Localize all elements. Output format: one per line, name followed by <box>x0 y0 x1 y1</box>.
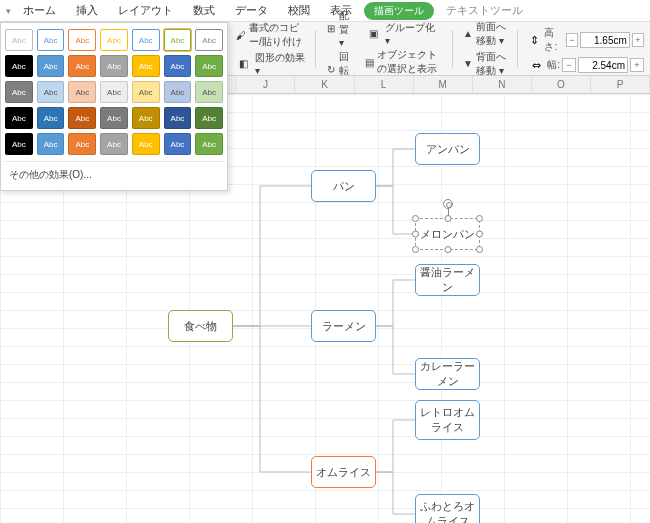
align-button[interactable]: ⊞ 配置 ▾ <box>325 9 356 48</box>
send-back-button[interactable]: ▼ 背面へ移動 ▾ <box>463 50 507 78</box>
style-swatch[interactable]: Abc <box>68 81 96 103</box>
style-swatch[interactable]: Abc <box>100 55 128 77</box>
menu-review[interactable]: 校閲 <box>280 1 318 20</box>
group-button[interactable]: ▣ グループ化 ▾ <box>364 21 442 46</box>
resize-handle-ne[interactable] <box>476 215 483 222</box>
menu-drawing-tools[interactable]: 描画ツール <box>364 2 434 20</box>
menu-insert[interactable]: 挿入 <box>68 1 106 20</box>
shape-label: レトロオムライス <box>418 405 477 435</box>
menu-formula[interactable]: 数式 <box>185 1 223 20</box>
col-header[interactable]: O <box>532 76 591 93</box>
shape-fuwatoro-omurice[interactable]: ふわとろオムライス <box>415 494 480 523</box>
resize-handle-se[interactable] <box>476 246 483 253</box>
width-plus-button[interactable]: + <box>630 58 644 72</box>
shape-child-ramen[interactable]: ラーメン <box>311 310 376 342</box>
group-icon: ▣ <box>364 25 382 43</box>
bring-front-icon: ▲ <box>463 25 473 43</box>
resize-handle-w[interactable] <box>412 231 419 238</box>
align-label: 配置 ▾ <box>339 9 356 48</box>
style-swatch[interactable]: Abc <box>68 133 96 155</box>
style-swatch-outline[interactable]: Abc <box>100 29 128 51</box>
style-swatch[interactable]: Abc <box>100 133 128 155</box>
height-input[interactable] <box>580 32 630 48</box>
bring-front-button[interactable]: ▲ 前面へ移動 ▾ <box>463 20 507 48</box>
shape-shoyu-ramen[interactable]: 醤油ラーメン <box>415 264 480 296</box>
style-swatch[interactable]: Abc <box>5 107 33 129</box>
style-swatch[interactable]: Abc <box>5 55 33 77</box>
width-minus-button[interactable]: − <box>562 58 576 72</box>
col-header[interactable]: K <box>295 76 354 93</box>
send-back-label: 背面へ移動 ▾ <box>476 50 507 78</box>
style-swatch[interactable]: Abc <box>195 107 223 129</box>
style-swatch[interactable]: Abc <box>164 55 192 77</box>
style-swatch[interactable]: Abc <box>164 81 192 103</box>
style-swatch-outline[interactable]: Abc <box>68 29 96 51</box>
col-header[interactable]: L <box>355 76 414 93</box>
height-minus-button[interactable]: − <box>566 33 578 47</box>
shape-label: ラーメン <box>322 319 366 334</box>
shape-label: オムライス <box>316 465 371 480</box>
rotation-handle[interactable] <box>443 199 453 209</box>
col-header[interactable]: M <box>414 76 473 93</box>
shape-root[interactable]: 食べ物 <box>168 310 233 342</box>
style-swatch[interactable]: Abc <box>132 81 160 103</box>
style-swatch[interactable]: Abc <box>132 107 160 129</box>
shape-label: カレーラーメン <box>418 359 477 389</box>
style-swatch[interactable]: Abc <box>100 107 128 129</box>
shape-curry-ramen[interactable]: カレーラーメン <box>415 358 480 390</box>
shape-effects-button[interactable]: ◧ 図形の効果 ▾ <box>236 51 305 76</box>
style-swatch-outline[interactable]: Abc <box>195 29 223 51</box>
shape-child-bread[interactable]: パン <box>311 170 376 202</box>
style-swatch[interactable]: Abc <box>195 81 223 103</box>
width-label: 幅: <box>547 58 560 72</box>
shape-style-picker: AbcAbcAbcAbcAbcAbcAbcAbcAbcAbcAbcAbcAbcA… <box>0 22 228 191</box>
style-swatch[interactable]: Abc <box>132 55 160 77</box>
width-icon: ⇔ <box>527 56 545 74</box>
style-swatch[interactable]: Abc <box>132 133 160 155</box>
style-swatch[interactable]: Abc <box>164 107 192 129</box>
style-swatch[interactable]: Abc <box>68 55 96 77</box>
paintbrush-icon: 🖌 <box>236 26 246 44</box>
style-swatch-outline[interactable]: Abc <box>5 29 33 51</box>
style-swatch[interactable]: Abc <box>37 107 65 129</box>
style-swatch[interactable]: Abc <box>37 81 65 103</box>
resize-handle-sw[interactable] <box>412 246 419 253</box>
col-header[interactable]: N <box>473 76 532 93</box>
menu-text-tool[interactable]: テキストツール <box>438 1 531 20</box>
col-header[interactable]: P <box>591 76 650 93</box>
menu-dropdown-icon[interactable]: ▾ <box>6 6 11 16</box>
height-icon: ⇕ <box>527 31 542 49</box>
style-swatch-outline[interactable]: Abc <box>132 29 160 51</box>
width-input[interactable] <box>578 57 628 73</box>
resize-handle-s[interactable] <box>444 246 451 253</box>
menu-layout[interactable]: レイアウト <box>110 1 181 20</box>
style-swatch-outline[interactable]: Abc <box>37 29 65 51</box>
menu-data[interactable]: データ <box>227 1 276 20</box>
style-swatch[interactable]: Abc <box>195 55 223 77</box>
style-swatch-outline[interactable]: Abc <box>164 29 192 51</box>
col-header[interactable]: J <box>236 76 295 93</box>
selection-pane-button[interactable]: ▤ オブジェクトの選択と表示 <box>364 48 442 76</box>
style-swatch[interactable]: Abc <box>5 133 33 155</box>
style-swatch[interactable]: Abc <box>37 55 65 77</box>
style-swatch[interactable]: Abc <box>68 107 96 129</box>
shape-melonpan-selected[interactable]: メロンパン <box>415 218 480 250</box>
style-swatch[interactable]: Abc <box>164 133 192 155</box>
style-swatch[interactable]: Abc <box>195 133 223 155</box>
shape-label: アンパン <box>426 142 470 157</box>
style-swatch[interactable]: Abc <box>100 81 128 103</box>
shape-anpan[interactable]: アンパン <box>415 133 480 165</box>
format-painter-button[interactable]: 🖌 書式のコピー/貼り付け <box>236 21 305 49</box>
shape-retro-omurice[interactable]: レトロオムライス <box>415 400 480 440</box>
height-plus-button[interactable]: + <box>632 33 644 47</box>
menu-home[interactable]: ホーム <box>15 1 64 20</box>
format-painter-label: 書式のコピー/貼り付け <box>249 21 305 49</box>
style-swatch[interactable]: Abc <box>5 81 33 103</box>
more-effects-button[interactable]: その他の効果(O)... <box>5 161 223 188</box>
resize-handle-n[interactable] <box>444 215 451 222</box>
resize-handle-e[interactable] <box>476 231 483 238</box>
shape-child-omurice[interactable]: オムライス <box>311 456 376 488</box>
shape-label: 醤油ラーメン <box>418 265 477 295</box>
resize-handle-nw[interactable] <box>412 215 419 222</box>
style-swatch[interactable]: Abc <box>37 133 65 155</box>
